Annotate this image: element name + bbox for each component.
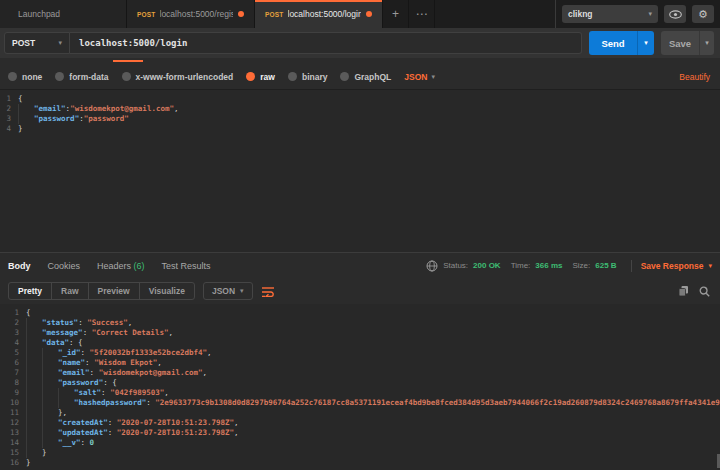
view-raw[interactable]: Raw [51,283,87,299]
view-visualize[interactable]: Visualize [139,283,194,299]
line-number: 4 [0,338,26,348]
response-language-selector[interactable]: JSON ▾ [203,282,253,300]
tab-label: Headers [97,261,131,271]
line-number: 7 [0,368,26,378]
editor-line: 16} [0,458,720,468]
indent-guide [42,418,58,428]
tab-options-button[interactable]: ⋯ [409,0,435,28]
method-badge: POST [137,11,156,18]
code-line: "createdAt": "2020-07-28T10:51:23.798Z", [26,418,720,428]
tab-launchpad[interactable]: Launchpad [0,0,127,28]
editor-line: 2"status": "Success", [0,318,720,328]
line-number: 4 [0,124,18,134]
line-number: 5 [0,348,26,358]
code-line: "__v": 0 [26,438,720,448]
search-icon [699,286,710,297]
mode-form-data[interactable]: form-data [55,72,108,82]
code-line: "status": "Success", [26,318,720,328]
size-label: Size: [572,261,590,270]
mode-label: binary [302,72,328,82]
editor-line: 7"email": "wisdomekpot@gmail.com", [0,368,720,378]
url-input[interactable]: localhost:5000/login [70,32,582,54]
view-preview[interactable]: Preview [88,283,139,299]
divider [631,260,632,272]
response-tab-body[interactable]: Body [8,261,31,271]
radio-selected-icon [246,72,255,81]
tab-label: Launchpad [18,9,116,19]
response-tab-headers[interactable]: Headers (6) [97,261,145,271]
mode-none[interactable]: none [8,72,42,82]
code-line: } [18,124,720,134]
line-number: 3 [0,328,26,338]
line-number: 1 [0,308,26,318]
view-mode-group: Pretty Raw Preview Visualize [8,282,195,300]
environment-preview-button[interactable] [664,5,686,23]
editor-line: 11}, [0,408,720,418]
view-pretty[interactable]: Pretty [9,283,51,299]
time-label: Time: [511,261,531,270]
eye-icon [669,10,682,19]
code-line: "email": "wisdomekpot@gmail.com", [26,368,720,378]
editor-line: 10"hashedpassword": "2e9633773c9b1308d0d… [0,398,720,408]
indent-guide [26,418,42,428]
response-tab-test-results[interactable]: Test Results [162,261,211,271]
editor-line: 5"_id": "5f20032bf1333e52bce2dbf4", [0,348,720,358]
tab-register-request[interactable]: POST localhost:5000/register [127,0,255,28]
new-tab-button[interactable]: + [383,0,409,28]
indent-guide [26,448,42,458]
raw-language-selector[interactable]: JSON ▾ [404,72,435,82]
indent-guide [26,428,42,438]
unsaved-dot-icon [238,11,244,17]
indent-guide [26,408,42,418]
method-selector[interactable]: POST ▾ [4,32,70,54]
settings-button[interactable]: ⚙ [692,5,714,23]
code-line: "email":"wisdomekpot@gmail.com", [18,104,720,114]
mode-label: form-data [69,72,108,82]
send-options-button[interactable]: ▾ [637,31,654,55]
indent-guide [42,368,58,378]
mode-graphql[interactable]: GraphQL [340,72,391,82]
response-view-toolbar: Pretty Raw Preview Visualize JSON ▾ [0,278,720,304]
method-badge: POST [265,11,284,18]
status-value: 200 OK [473,261,501,270]
save-options-button[interactable]: ▾ [699,31,714,55]
editor-line: 14"__v": 0 [0,438,720,448]
environment-selector[interactable]: clikng ▾ [562,5,658,23]
code-line: "updatedAt": "2020-07-28T10:51:23.798Z", [26,428,720,438]
save-response-button[interactable]: Save Response [641,261,704,271]
indent-guide [42,358,58,368]
code-line: }, [26,408,720,418]
indent-guide [26,328,42,338]
indent-guide [26,398,42,408]
code-line: { [18,94,720,104]
response-tab-cookies[interactable]: Cookies [48,261,81,271]
copy-button[interactable] [678,285,689,297]
wrap-lines-button[interactable] [261,286,275,297]
chevron-down-icon: ▾ [240,287,244,295]
headers-count: (6) [134,261,145,271]
editor-line: 13"updatedAt": "2020-07-28T10:51:23.798Z… [0,428,720,438]
editor-line: 1{ [0,94,720,104]
response-meta: Status: 200 OK Time: 366 ms Size: 625 B … [426,260,712,272]
save-response-options-button[interactable]: ▾ [708,262,712,270]
indent-guide [42,348,58,358]
tab-login-request[interactable]: POST localhost:5000/login [255,0,383,28]
code-line: "name": "Wisdom Ekpot", [26,358,720,368]
send-button[interactable]: Send [589,31,637,55]
environment-name: clikng [568,9,593,19]
line-number: 16 [0,458,26,468]
response-body-editor[interactable]: 1{2"status": "Success",3"message": "Corr… [0,304,720,470]
wrap-lines-icon [261,286,275,297]
request-body-editor[interactable]: 1{2"email":"wisdomekpot@gmail.com",3"pas… [0,90,720,252]
mode-label: GraphQL [354,72,391,82]
mode-binary[interactable]: binary [288,72,328,82]
mode-raw[interactable]: raw [246,72,275,82]
search-button[interactable] [699,286,710,297]
indent-guide [26,368,42,378]
beautify-button[interactable]: Beautify [679,72,712,82]
mode-label: none [22,72,42,82]
save-button[interactable]: Save [661,31,699,55]
radio-icon [122,72,131,81]
mode-x-www-form-urlencoded[interactable]: x-www-form-urlencoded [122,72,234,82]
language-value: JSON [404,72,427,82]
